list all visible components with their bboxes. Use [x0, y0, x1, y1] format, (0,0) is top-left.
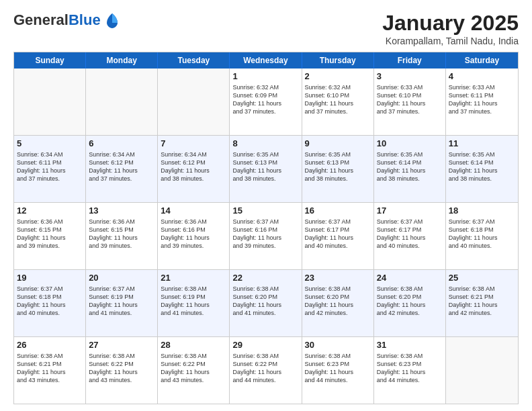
calendar-cell-empty — [446, 337, 518, 404]
calendar-cell-day-31: 31Sunrise: 6:38 AMSunset: 6:23 PMDayligh… — [374, 337, 446, 404]
cell-info: Sunrise: 6:37 AMSunset: 6:17 PMDaylight:… — [305, 218, 371, 250]
cell-info: Sunrise: 6:33 AMSunset: 6:10 PMDaylight:… — [377, 83, 443, 116]
calendar-cell-day-17: 17Sunrise: 6:37 AMSunset: 6:17 PMDayligh… — [374, 203, 446, 269]
cell-info: Sunrise: 6:38 AMSunset: 6:22 PMDaylight:… — [161, 352, 226, 385]
calendar-cell-day-12: 12Sunrise: 6:36 AMSunset: 6:15 PMDayligh… — [14, 203, 86, 269]
calendar-cell-day-21: 21Sunrise: 6:38 AMSunset: 6:19 PMDayligh… — [158, 270, 230, 336]
header-day-friday: Friday — [374, 52, 446, 68]
day-number: 1 — [232, 71, 298, 83]
cell-info: Sunrise: 6:38 AMSunset: 6:20 PMDaylight:… — [377, 285, 443, 318]
cell-info: Sunrise: 6:36 AMSunset: 6:16 PMDaylight:… — [161, 218, 226, 250]
day-number: 31 — [377, 339, 443, 351]
header-day-thursday: Thursday — [302, 52, 374, 68]
cell-info: Sunrise: 6:38 AMSunset: 6:22 PMDaylight:… — [89, 352, 154, 385]
day-number: 21 — [161, 272, 226, 284]
cell-info: Sunrise: 6:36 AMSunset: 6:15 PMDaylight:… — [89, 218, 154, 250]
day-number: 24 — [377, 272, 443, 284]
calendar-cell-empty — [14, 68, 86, 135]
day-number: 19 — [17, 272, 83, 284]
cell-info: Sunrise: 6:36 AMSunset: 6:15 PMDaylight:… — [17, 218, 83, 250]
calendar-cell-day-13: 13Sunrise: 6:36 AMSunset: 6:15 PMDayligh… — [86, 203, 158, 269]
calendar-cell-day-22: 22Sunrise: 6:38 AMSunset: 6:20 PMDayligh… — [230, 270, 302, 336]
calendar-cell-day-28: 28Sunrise: 6:38 AMSunset: 6:22 PMDayligh… — [158, 337, 230, 404]
calendar-cell-day-6: 6Sunrise: 6:34 AMSunset: 6:12 PMDaylight… — [86, 136, 158, 202]
calendar-cell-empty — [158, 68, 230, 135]
header-day-monday: Monday — [86, 52, 158, 68]
cell-info: Sunrise: 6:37 AMSunset: 6:18 PMDaylight:… — [17, 285, 83, 318]
header-day-saturday: Saturday — [446, 52, 518, 68]
calendar-header: SundayMondayTuesdayWednesdayThursdayFrid… — [14, 52, 518, 68]
cell-info: Sunrise: 6:37 AMSunset: 6:18 PMDaylight:… — [449, 218, 515, 250]
day-number: 27 — [89, 339, 154, 351]
cell-info: Sunrise: 6:38 AMSunset: 6:21 PMDaylight:… — [17, 352, 83, 385]
calendar-cell-empty — [86, 68, 158, 135]
cell-info: Sunrise: 6:37 AMSunset: 6:16 PMDaylight:… — [232, 218, 298, 250]
cell-info: Sunrise: 6:38 AMSunset: 6:19 PMDaylight:… — [161, 285, 226, 318]
day-number: 14 — [161, 205, 226, 217]
day-number: 28 — [161, 339, 226, 351]
calendar-cell-day-9: 9Sunrise: 6:35 AMSunset: 6:13 PMDaylight… — [302, 136, 374, 202]
cell-info: Sunrise: 6:38 AMSunset: 6:21 PMDaylight:… — [449, 285, 515, 318]
calendar-cell-day-2: 2Sunrise: 6:32 AMSunset: 6:10 PMDaylight… — [302, 68, 374, 135]
calendar-cell-day-11: 11Sunrise: 6:35 AMSunset: 6:14 PMDayligh… — [446, 136, 518, 202]
calendar-cell-day-10: 10Sunrise: 6:35 AMSunset: 6:14 PMDayligh… — [374, 136, 446, 202]
header-day-sunday: Sunday — [14, 52, 86, 68]
calendar-cell-day-4: 4Sunrise: 6:33 AMSunset: 6:11 PMDaylight… — [446, 68, 518, 135]
cell-info: Sunrise: 6:35 AMSunset: 6:14 PMDaylight:… — [449, 150, 515, 183]
day-number: 3 — [377, 71, 443, 83]
calendar-cell-day-16: 16Sunrise: 6:37 AMSunset: 6:17 PMDayligh… — [302, 203, 374, 269]
cell-info: Sunrise: 6:34 AMSunset: 6:11 PMDaylight:… — [17, 150, 83, 183]
calendar-row: 12Sunrise: 6:36 AMSunset: 6:15 PMDayligh… — [14, 203, 518, 270]
cell-info: Sunrise: 6:38 AMSunset: 6:22 PMDaylight:… — [232, 352, 298, 385]
calendar-cell-day-23: 23Sunrise: 6:38 AMSunset: 6:20 PMDayligh… — [302, 270, 374, 336]
month-title: January 2025 — [382, 11, 519, 36]
calendar-row: 26Sunrise: 6:38 AMSunset: 6:21 PMDayligh… — [14, 337, 518, 404]
calendar-row: 19Sunrise: 6:37 AMSunset: 6:18 PMDayligh… — [14, 270, 518, 337]
logo-icon — [103, 11, 122, 30]
day-number: 12 — [17, 205, 83, 217]
day-number: 11 — [449, 138, 515, 150]
day-number: 26 — [17, 339, 83, 351]
calendar-cell-day-29: 29Sunrise: 6:38 AMSunset: 6:22 PMDayligh… — [230, 337, 302, 404]
title-block: January 2025 Korampallam, Tamil Nadu, In… — [382, 11, 519, 46]
calendar-cell-day-26: 26Sunrise: 6:38 AMSunset: 6:21 PMDayligh… — [14, 337, 86, 404]
day-number: 2 — [305, 71, 371, 83]
logo-general-text: General — [13, 11, 69, 28]
day-number: 20 — [89, 272, 154, 284]
cell-info: Sunrise: 6:35 AMSunset: 6:14 PMDaylight:… — [377, 150, 443, 183]
day-number: 29 — [232, 339, 298, 351]
day-number: 18 — [449, 205, 515, 217]
calendar-cell-day-24: 24Sunrise: 6:38 AMSunset: 6:20 PMDayligh… — [374, 270, 446, 336]
day-number: 6 — [89, 138, 154, 150]
day-number: 7 — [161, 138, 226, 150]
day-number: 8 — [232, 138, 298, 150]
calendar-cell-day-7: 7Sunrise: 6:34 AMSunset: 6:12 PMDaylight… — [158, 136, 230, 202]
cell-info: Sunrise: 6:35 AMSunset: 6:13 PMDaylight:… — [232, 150, 298, 183]
day-number: 4 — [449, 71, 515, 83]
cell-info: Sunrise: 6:34 AMSunset: 6:12 PMDaylight:… — [89, 150, 154, 183]
cell-info: Sunrise: 6:35 AMSunset: 6:13 PMDaylight:… — [305, 150, 371, 183]
cell-info: Sunrise: 6:33 AMSunset: 6:11 PMDaylight:… — [449, 83, 515, 116]
day-number: 17 — [377, 205, 443, 217]
day-number: 22 — [232, 272, 298, 284]
day-number: 9 — [305, 138, 371, 150]
calendar-cell-day-18: 18Sunrise: 6:37 AMSunset: 6:18 PMDayligh… — [446, 203, 518, 269]
header: GeneralBlue January 2025 Korampallam, Ta… — [13, 11, 519, 46]
calendar-row: 1Sunrise: 6:32 AMSunset: 6:09 PMDaylight… — [14, 68, 518, 136]
location-title: Korampallam, Tamil Nadu, India — [382, 36, 519, 46]
calendar-cell-day-5: 5Sunrise: 6:34 AMSunset: 6:11 PMDaylight… — [14, 136, 86, 202]
header-day-wednesday: Wednesday — [230, 52, 302, 68]
cell-info: Sunrise: 6:38 AMSunset: 6:20 PMDaylight:… — [305, 285, 371, 318]
cell-info: Sunrise: 6:38 AMSunset: 6:23 PMDaylight:… — [377, 352, 443, 385]
day-number: 23 — [305, 272, 371, 284]
calendar-cell-day-3: 3Sunrise: 6:33 AMSunset: 6:10 PMDaylight… — [374, 68, 446, 135]
day-number: 5 — [17, 138, 83, 150]
header-day-tuesday: Tuesday — [158, 52, 230, 68]
calendar-cell-day-8: 8Sunrise: 6:35 AMSunset: 6:13 PMDaylight… — [230, 136, 302, 202]
day-number: 25 — [449, 272, 515, 284]
cell-info: Sunrise: 6:38 AMSunset: 6:20 PMDaylight:… — [232, 285, 298, 318]
page: GeneralBlue January 2025 Korampallam, Ta… — [0, 0, 532, 411]
cell-info: Sunrise: 6:38 AMSunset: 6:23 PMDaylight:… — [305, 352, 371, 385]
calendar-cell-day-25: 25Sunrise: 6:38 AMSunset: 6:21 PMDayligh… — [446, 270, 518, 336]
calendar-cell-day-20: 20Sunrise: 6:37 AMSunset: 6:19 PMDayligh… — [86, 270, 158, 336]
